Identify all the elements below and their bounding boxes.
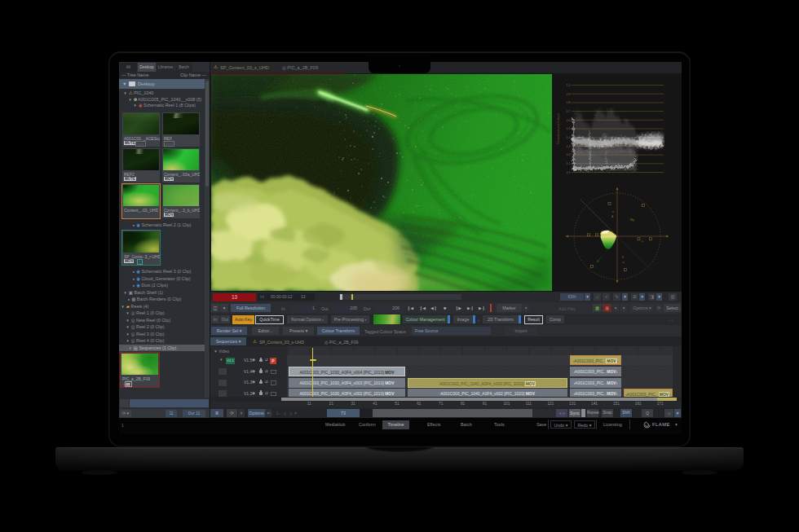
svg-text:A: A <box>611 215 614 218</box>
svg-text:a: a <box>642 240 643 243</box>
svg-text:Normalized pixel values: Normalized pixel values <box>557 113 560 144</box>
svg-text:0.2: 0.2 <box>567 153 571 156</box>
svg-text:a: a <box>612 210 614 213</box>
svg-text:0.0: 0.0 <box>567 171 571 174</box>
svg-text:G: G <box>622 256 625 259</box>
svg-text:Mg: Mg <box>630 218 634 222</box>
svg-text:0.7: 0.7 <box>567 110 571 113</box>
svg-text:0.8: 0.8 <box>567 101 571 104</box>
svg-text:0.3: 0.3 <box>567 145 571 148</box>
svg-text:1.0: 1.0 <box>567 84 571 87</box>
svg-text:a: a <box>623 261 625 264</box>
svg-text:0.9: 0.9 <box>567 93 571 96</box>
svg-text:0.1: 0.1 <box>567 162 571 165</box>
svg-text:0.5: 0.5 <box>567 127 571 130</box>
svg-text:0.6: 0.6 <box>567 119 571 122</box>
svg-text:0.4: 0.4 <box>567 136 571 139</box>
